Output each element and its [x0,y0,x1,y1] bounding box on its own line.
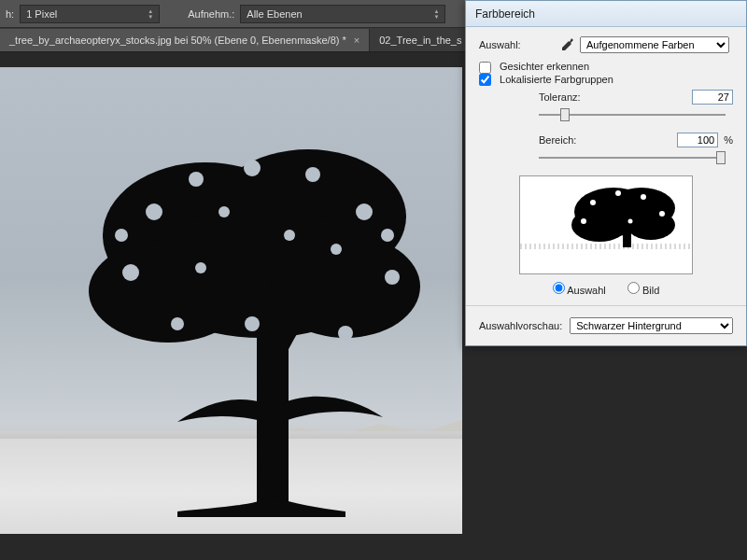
dialog-body: Auswahl: Aufgenommene Farben Gesichter e… [466,27,746,345]
svg-point-14 [338,326,353,341]
svg-point-21 [381,229,394,242]
tolerance-slider[interactable] [539,106,726,123]
radio-image[interactable]: Bild [627,285,659,296]
svg-point-10 [356,203,373,220]
range-unit: % [724,134,733,146]
select-label: Auswahl: [479,39,554,50]
detect-faces-label: Gesichter erkennen [500,61,589,72]
svg-point-12 [385,270,400,285]
svg-point-15 [245,316,260,331]
svg-point-30 [659,211,665,217]
svg-point-28 [615,190,621,196]
svg-point-8 [244,160,261,176]
svg-point-32 [628,219,633,224]
range-label: Bereich: [539,134,604,146]
tolerance-input[interactable] [692,90,733,105]
svg-point-6 [146,203,162,220]
slider-thumb[interactable] [716,151,726,164]
image-canvas[interactable] [0,67,462,534]
localized-checkbox[interactable] [479,74,491,86]
eyedropper-icon [559,37,574,52]
dialog-title: Farbbereich [466,1,746,27]
selection-preview-row: Auswahlvorschau: Schwarzer Hintergrund [479,312,733,334]
slider-thumb[interactable] [560,108,570,121]
svg-point-18 [331,244,342,255]
spinner-icon: ▲▼ [433,8,439,20]
color-range-dialog: Farbbereich Auswahl: Aufgenommene Farben… [465,0,747,346]
sample-label: Aufnehm.: [182,8,240,20]
svg-point-19 [195,262,206,273]
svg-point-16 [218,206,230,217]
tree-graphic [65,123,420,525]
tolerance-label: Toleranz: [539,91,604,103]
detect-faces-checkbox[interactable] [479,62,491,74]
tolerance-row: Toleranz: [539,90,733,105]
detect-faces-row: Gesichter erkennen [479,61,733,74]
sample-dropdown[interactable]: Alle Ebenen ▲▼ [240,5,445,23]
select-row: Auswahl: Aufgenommene Farben [479,36,733,53]
svg-point-13 [171,317,184,330]
range-input[interactable] [677,133,718,147]
radio-selection[interactable]: Auswahl [553,285,609,296]
svg-point-11 [122,264,139,281]
svg-point-17 [284,230,295,241]
svg-point-26 [627,210,675,240]
tab-label: 02_Tree_in_the_s [379,35,461,46]
svg-point-29 [641,194,646,200]
document-tab[interactable]: _tree_by_archaeopteryx_stocks.jpg bei 50… [0,29,370,51]
range-slider[interactable] [539,149,726,166]
spinner-icon: ▲▼ [148,8,153,20]
document-tab[interactable]: 02_Tree_in_the_s [370,29,472,51]
preview-mode-radios: Auswahl Bild [479,282,733,296]
svg-point-27 [590,200,596,205]
localized-label: Lokalisierte Farbgruppen [500,74,613,85]
range-row: Bereich: % [539,133,733,147]
select-dropdown[interactable]: Aufgenommene Farben [580,36,729,53]
selection-preview-dropdown[interactable]: Schwarzer Hintergrund [570,317,733,334]
svg-point-4 [89,240,247,343]
thickness-dropdown[interactable]: 1 Pixel ▲▼ [20,5,160,23]
svg-point-9 [305,167,320,182]
localized-row: Lokalisierte Farbgruppen [479,74,733,87]
selection-preview [519,175,693,274]
tab-label: _tree_by_archaeopteryx_stocks.jpg bei 50… [9,35,346,46]
close-icon[interactable]: × [354,35,359,46]
svg-point-25 [571,208,627,242]
radio-image-input[interactable] [627,282,640,294]
svg-point-5 [271,235,420,338]
svg-point-7 [189,172,204,187]
thickness-label: h: [0,8,20,20]
thickness-value: 1 Pixel [26,8,138,20]
selection-preview-label: Auswahlvorschau: [479,320,562,331]
radio-selection-input[interactable] [553,282,565,294]
sample-value: Alle Ebenen [247,8,424,20]
svg-point-31 [581,218,586,224]
svg-point-20 [115,229,128,242]
